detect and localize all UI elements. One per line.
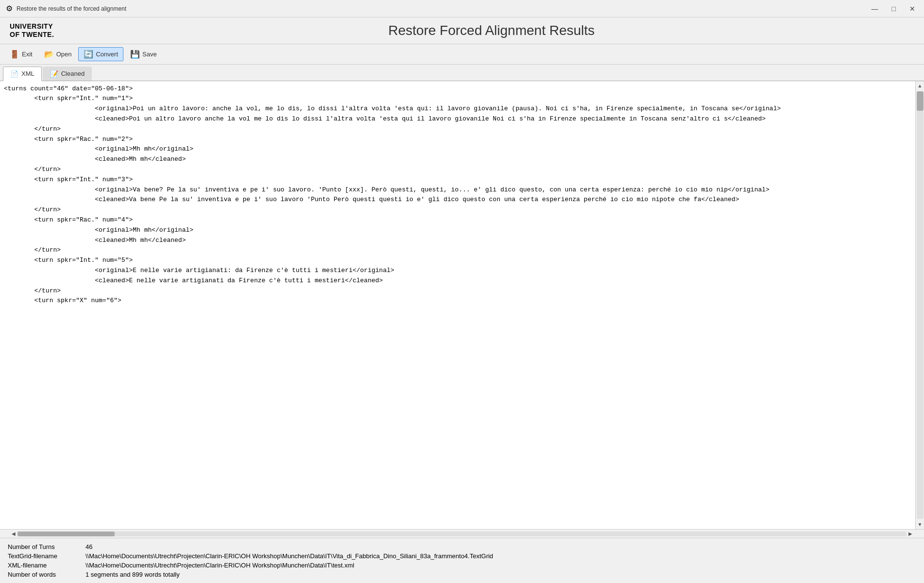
words-label: Number of words bbox=[8, 571, 86, 578]
exit-icon: 🚪 bbox=[10, 50, 19, 59]
h-scroll-track bbox=[17, 532, 907, 536]
window-title: Restore the results of the forced alignm… bbox=[17, 5, 126, 12]
exit-label: Exit bbox=[22, 51, 33, 58]
save-button[interactable]: 💾 Save bbox=[125, 48, 162, 61]
app-title: Restore Forced Alignment Results bbox=[68, 23, 914, 38]
open-button[interactable]: 📂 Open bbox=[39, 48, 77, 61]
convert-label: Convert bbox=[96, 51, 118, 58]
convert-icon: 🔄 bbox=[84, 50, 93, 59]
turns-label: Number of Turns bbox=[8, 543, 86, 550]
title-bar-left: ⚙ Restore the results of the forced alig… bbox=[6, 4, 126, 13]
xml-filename-row: XML-filename \\Mac\Home\Documents\Utrech… bbox=[8, 561, 916, 570]
exit-button[interactable]: 🚪 Exit bbox=[5, 48, 37, 61]
title-bar-controls: — □ ✕ bbox=[869, 4, 918, 14]
scroll-down-arrow[interactable]: ▼ bbox=[917, 520, 924, 529]
tab-cleaned[interactable]: 📝 Cleaned bbox=[43, 67, 92, 81]
words-row: Number of words 1 segments and 899 words… bbox=[8, 570, 916, 579]
save-icon: 💾 bbox=[130, 50, 140, 59]
cleaned-tab-icon: 📝 bbox=[50, 70, 58, 78]
scroll-up-arrow[interactable]: ▲ bbox=[917, 81, 924, 90]
turns-value: 46 bbox=[86, 543, 92, 550]
xml-tab-icon: 📄 bbox=[10, 70, 18, 78]
xml-view[interactable]: <turns count="46" date="05-06-18"> <turn… bbox=[0, 81, 915, 529]
textgrid-value: \\Mac\Home\Documents\Utrecht\Projecten\C… bbox=[86, 552, 493, 560]
tabs: 📄 XML 📝 Cleaned bbox=[0, 65, 924, 81]
convert-button[interactable]: 🔄 Convert bbox=[78, 47, 123, 61]
tab-xml[interactable]: 📄 XML bbox=[3, 67, 42, 81]
app-header: UNIVERSITY OF TWENTE. Restore Forced Ali… bbox=[0, 17, 924, 44]
turns-row: Number of Turns 46 bbox=[8, 542, 916, 551]
content-area: <turns count="46" date="05-06-18"> <turn… bbox=[0, 81, 924, 538]
university-logo: UNIVERSITY OF TWENTE. bbox=[10, 22, 54, 39]
textgrid-row: TextGrid-filename \\Mac\Home\Documents\U… bbox=[8, 551, 916, 561]
horizontal-scrollbar[interactable]: ◀ ▶ bbox=[0, 529, 924, 538]
xml-wrapper: <turns count="46" date="05-06-18"> <turn… bbox=[0, 81, 924, 529]
xml-filename-label: XML-filename bbox=[8, 562, 86, 569]
xml-tab-label: XML bbox=[21, 70, 34, 77]
close-button[interactable]: ✕ bbox=[907, 4, 918, 14]
open-icon: 📂 bbox=[44, 50, 54, 59]
status-bar: Number of Turns 46 TextGrid-filename \\M… bbox=[0, 538, 924, 583]
v-scroll-track bbox=[917, 91, 924, 519]
save-label: Save bbox=[142, 51, 157, 58]
scroll-right-arrow[interactable]: ▶ bbox=[907, 531, 914, 536]
cleaned-tab-label: Cleaned bbox=[61, 70, 85, 77]
toolbar: 🚪 Exit 📂 Open 🔄 Convert 💾 Save bbox=[0, 44, 924, 65]
open-label: Open bbox=[56, 51, 72, 58]
university-name-line2: OF TWENTE. bbox=[10, 31, 54, 39]
words-value: 1 segments and 899 words totally bbox=[86, 571, 180, 578]
university-name-line1: UNIVERSITY bbox=[10, 22, 54, 31]
minimize-button[interactable]: — bbox=[869, 4, 881, 14]
h-scroll-thumb[interactable] bbox=[17, 532, 115, 536]
xml-filename-value: \\Mac\Home\Documents\Utrecht\Projecten\C… bbox=[86, 562, 354, 569]
maximize-button[interactable]: □ bbox=[889, 4, 899, 14]
vertical-scrollbar[interactable]: ▲ ▼ bbox=[915, 81, 924, 529]
app-icon: ⚙ bbox=[6, 4, 13, 13]
title-bar: ⚙ Restore the results of the forced alig… bbox=[0, 0, 924, 17]
v-scroll-thumb[interactable] bbox=[917, 91, 924, 111]
textgrid-label: TextGrid-filename bbox=[8, 552, 86, 560]
scroll-left-arrow[interactable]: ◀ bbox=[10, 531, 17, 536]
